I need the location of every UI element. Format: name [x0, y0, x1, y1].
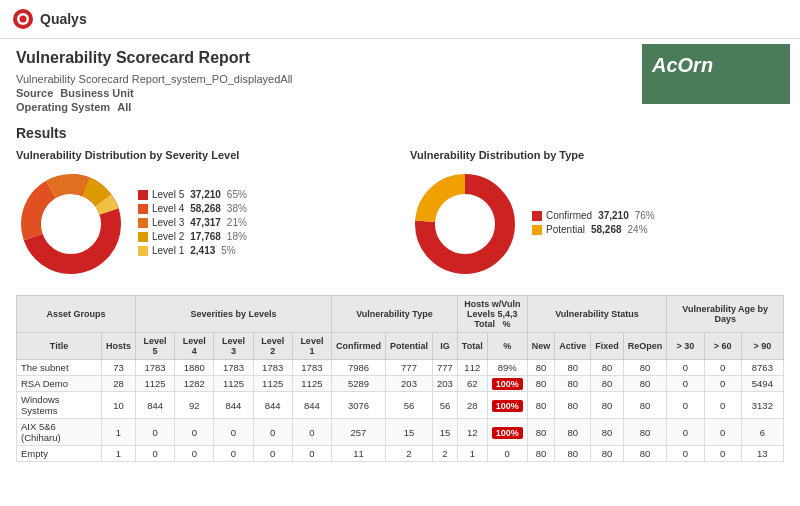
type-chart: Vulnerability Distribution by Type Confi… — [410, 149, 784, 279]
legend-pct-l5: 65% — [227, 189, 247, 200]
col-potential: Potential — [385, 333, 432, 360]
group-asset-groups: Asset Groups — [17, 296, 136, 333]
col-l4: Level 4 — [175, 333, 214, 360]
group-vuln-status: Vulnerability Status — [527, 296, 667, 333]
legend-pct-potential: 24% — [628, 224, 648, 235]
legend-item-confirmed: Confirmed 37,210 76% — [532, 210, 655, 221]
col-ig: IG — [433, 333, 458, 360]
col-hosts: Hosts — [101, 333, 135, 360]
col-total: Total — [457, 333, 487, 360]
legend-pct-l1: 5% — [221, 245, 235, 256]
table-row: Empty100000112210808080800013 — [17, 446, 784, 462]
legend-value-l5: 37,210 — [190, 189, 221, 200]
legend-value-potential: 58,268 — [591, 224, 622, 235]
group-hosts-vuln: Hosts w/VulnLevels 5,4,3Total % — [457, 296, 527, 333]
legend-pct-l2: 18% — [227, 231, 247, 242]
col-confirmed: Confirmed — [331, 333, 385, 360]
table-row: The subnet731783188017831783178379867777… — [17, 360, 784, 376]
qualys-logo-icon — [12, 8, 34, 30]
legend-label-l3: Level 3 — [152, 217, 184, 228]
logo: Qualys — [12, 8, 87, 30]
legend-item-l1: Level 1 2,413 5% — [138, 245, 247, 256]
svg-point-8 — [43, 196, 99, 252]
legend-pct-l3: 21% — [227, 217, 247, 228]
legend-color-l5 — [138, 190, 148, 200]
logo-text: Qualys — [40, 11, 87, 27]
legend-value-confirmed: 37,210 — [598, 210, 629, 221]
source-label: Source — [16, 87, 53, 99]
legend-item-l2: Level 2 17,768 18% — [138, 231, 247, 242]
legend-item-l5: Level 5 37,210 65% — [138, 189, 247, 200]
legend-pct-confirmed: 76% — [635, 210, 655, 221]
legend-value-l3: 47,317 — [190, 217, 221, 228]
chart1-title: Vulnerability Distribution by Severity L… — [16, 149, 390, 161]
legend-label-l4: Level 4 — [152, 203, 184, 214]
col-reopen: ReOpen — [623, 333, 667, 360]
col-l2: Level 2 — [253, 333, 292, 360]
legend-label-l2: Level 2 — [152, 231, 184, 242]
col-d90: > 90 — [741, 333, 783, 360]
results-title: Results — [16, 125, 784, 141]
col-title: Title — [17, 333, 102, 360]
os-label: Operating System — [16, 101, 110, 113]
group-vuln-age: Vulnerability Age by Days — [667, 296, 784, 333]
legend-color-potential — [532, 225, 542, 235]
legend-color-l3 — [138, 218, 148, 228]
col-l5: Level 5 — [135, 333, 174, 360]
legend-color-l1 — [138, 246, 148, 256]
legend-item-potential: Potential 58,268 24% — [532, 224, 655, 235]
table-row: AIX 5&6 (Chiharu)100000257151512100%8080… — [17, 419, 784, 446]
legend-pct-l4: 38% — [227, 203, 247, 214]
chart1-inner: Level 5 37,210 65% Level 4 58,268 38% — [16, 169, 390, 279]
legend-label-l5: Level 5 — [152, 189, 184, 200]
green-decorative-box: AcOrn — [642, 44, 790, 104]
col-new: New — [527, 333, 555, 360]
table-row: Windows Systems1084492844844844307656562… — [17, 392, 784, 419]
source-value: Business Unit — [60, 87, 133, 99]
severity-donut — [16, 169, 126, 279]
legend-value-l4: 58,268 — [190, 203, 221, 214]
green-box-text: AcOrn — [642, 44, 790, 87]
type-donut — [410, 169, 520, 279]
header: Qualys — [0, 0, 800, 39]
data-table: Asset Groups Severities by Levels Vulner… — [16, 295, 784, 462]
os-value: All — [117, 101, 131, 113]
chart2-title: Vulnerability Distribution by Type — [410, 149, 784, 161]
col-l1: Level 1 — [292, 333, 331, 360]
col-active: Active — [555, 333, 591, 360]
legend-label-confirmed: Confirmed — [546, 210, 592, 221]
legend-item-l4: Level 4 58,268 38% — [138, 203, 247, 214]
svg-point-2 — [20, 16, 27, 23]
col-l3: Level 3 — [214, 333, 253, 360]
svg-point-11 — [437, 196, 493, 252]
charts-row: Vulnerability Distribution by Severity L… — [16, 149, 784, 279]
severity-legend: Level 5 37,210 65% Level 4 58,268 38% — [138, 189, 247, 259]
legend-item-l3: Level 3 47,317 21% — [138, 217, 247, 228]
col-fixed: Fixed — [591, 333, 624, 360]
group-vuln-type: Vulnerability Type — [331, 296, 457, 333]
legend-label-potential: Potential — [546, 224, 585, 235]
col-d60: > 60 — [704, 333, 741, 360]
legend-color-l4 — [138, 204, 148, 214]
type-legend: Confirmed 37,210 76% Potential 58,268 24… — [532, 210, 655, 238]
chart2-inner: Confirmed 37,210 76% Potential 58,268 24… — [410, 169, 784, 279]
group-severities: Severities by Levels — [135, 296, 331, 333]
col-d30: > 30 — [667, 333, 704, 360]
legend-color-confirmed — [532, 211, 542, 221]
legend-value-l2: 17,768 — [190, 231, 221, 242]
legend-color-l2 — [138, 232, 148, 242]
severity-chart: Vulnerability Distribution by Severity L… — [16, 149, 390, 279]
table-row: RSA Demo28112512821125112511255289203203… — [17, 376, 784, 392]
col-pct: % — [487, 333, 527, 360]
legend-value-l1: 2,413 — [190, 245, 215, 256]
legend-label-l1: Level 1 — [152, 245, 184, 256]
